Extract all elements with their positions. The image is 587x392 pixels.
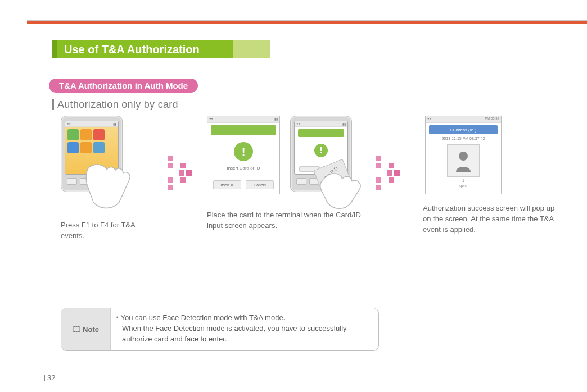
status-bar: ●●▮▮	[65, 121, 118, 127]
status-bar: ●●▮▮	[295, 121, 347, 127]
steps-row: ●●▮▮ Press	[61, 116, 576, 241]
alert-text: Insert Card or ID	[207, 166, 279, 171]
user-info: 1 gem	[426, 178, 501, 188]
dialog-buttons: Insert ID Cancel	[213, 180, 274, 189]
section-heading: Authorization only by card	[52, 99, 178, 111]
success-banner: Success (In )	[429, 125, 498, 134]
section-title: Use of T&A Authorization	[52, 40, 209, 58]
user-name: gem	[426, 183, 501, 188]
insert-card-screen: ●●▮▮ ! Insert Card or ID Insert ID Cance…	[207, 116, 280, 194]
book-icon	[73, 325, 80, 333]
subsection-pill: T&A Authorization in Auth Mode	[49, 79, 198, 93]
success-timestamp: 2013.11.15 PM 08:37:42	[426, 136, 501, 140]
note-line-2: When the Face Detection mode is activate…	[116, 323, 371, 345]
title-decoration	[209, 40, 270, 58]
note-body: You can use Face Detection mode with T&A…	[111, 308, 378, 350]
note-line-1: You can use Face Detection mode with T&A…	[116, 313, 371, 323]
cancel-button[interactable]: Cancel	[246, 180, 274, 189]
user-photo	[447, 144, 480, 177]
flow-arrow-icon	[168, 156, 190, 190]
note-label: Note	[61, 308, 111, 350]
page-number: 32	[44, 373, 55, 382]
status-bar: ●●PM 08:37	[426, 116, 501, 123]
status-bar: ●●▮▮	[207, 116, 279, 123]
svg-point-0	[459, 152, 468, 161]
alert-icon: !	[234, 142, 253, 161]
note-box: Note You can use Face Detection mode wit…	[61, 308, 379, 351]
card-hand-icon: CARD	[313, 159, 380, 204]
success-screen: ●●PM 08:37 Success (In ) 2013.11.15 PM 0…	[425, 116, 502, 194]
step-2: ●●▮▮ ! Insert Card or ID Insert ID Cance…	[207, 116, 376, 231]
step-1-caption: Press F1 to F4 for T&A events.	[61, 220, 156, 241]
step-2-caption: Place the card to the terminal when the …	[207, 210, 376, 231]
top-divider	[27, 20, 587, 24]
person-icon	[454, 149, 473, 172]
step-3-caption: Authorization success screen will pop up…	[423, 203, 558, 235]
pointing-hand-icon	[84, 162, 152, 212]
step-1: ●●▮▮ Press	[61, 116, 168, 241]
user-id: 1	[426, 178, 501, 183]
section-title-bar: Use of T&A Authorization	[52, 40, 270, 58]
note-label-text: Note	[83, 325, 99, 334]
step-3: ●●PM 08:37 Success (In ) 2013.11.15 PM 0…	[423, 116, 547, 235]
insert-id-button[interactable]: Insert ID	[213, 180, 241, 189]
